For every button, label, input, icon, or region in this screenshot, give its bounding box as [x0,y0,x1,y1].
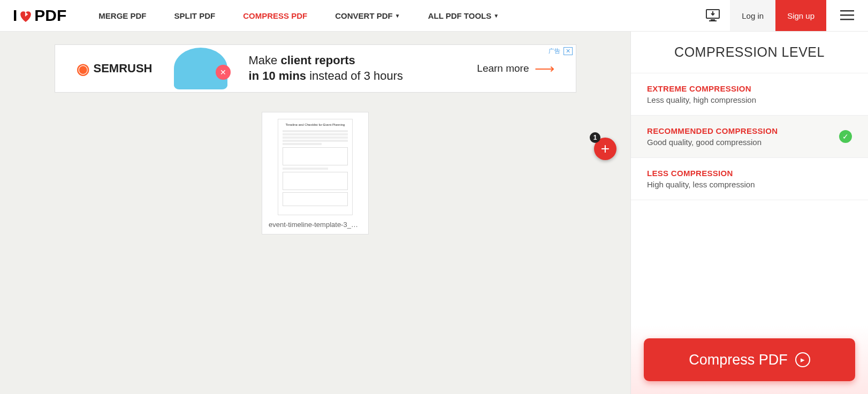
nav-convert-label: CONVERT PDF [335,11,393,20]
ad-label: 广告 [549,47,560,55]
login-button[interactable]: Log in [730,0,775,31]
ad-brand-text: SEMRUSH [94,62,153,75]
logo[interactable]: I PDF [13,6,66,25]
menu-icon[interactable] [826,0,868,31]
nav-merge[interactable]: MERGE PDF [98,11,146,20]
nav-all-tools[interactable]: ALL PDF TOOLS ▼ [428,11,499,20]
desktop-download-icon[interactable] [696,0,730,31]
ad-close-icon[interactable]: ✕ [564,47,573,55]
flame-icon: ◉ [77,60,89,78]
nav-compress[interactable]: COMPRESS PDF [243,11,307,20]
sidebar-action-area: Compress PDF ▸ [631,325,868,394]
check-icon: ✓ [839,130,852,143]
nav-convert[interactable]: CONVERT PDF ▼ [335,11,400,20]
file-count-badge: 1 [590,132,600,143]
workspace: ◉ SEMRUSH Make client reports in 10 mins… [0,32,630,394]
ad-controls: 广告 ✕ [549,47,573,55]
compress-button[interactable]: Compress PDF ▸ [644,338,855,381]
top-header: I PDF MERGE PDF SPLIT PDF COMPRESS PDF C… [0,0,868,32]
sidebar-title: COMPRESSION LEVEL [631,32,868,73]
file-name: event-timeline-template-3_FL... [269,221,362,229]
ad-cta[interactable]: Learn more ⟶ [477,60,554,77]
option-extreme[interactable]: EXTREME COMPRESSION Less quality, high c… [631,73,868,116]
header-right: Log in Sign up [696,0,868,31]
ad-cta-label: Learn more [477,63,529,74]
ad-banner[interactable]: ◉ SEMRUSH Make client reports in 10 mins… [55,44,576,93]
heart-icon [18,8,33,26]
option-label: EXTREME COMPRESSION [647,84,756,93]
plus-icon: + [601,140,610,157]
logo-pdf: PDF [34,6,66,25]
file-tile[interactable]: Timeline and Checklist for Event Plannin… [262,112,369,234]
nav-split[interactable]: SPLIT PDF [174,11,216,20]
option-less[interactable]: LESS COMPRESSION High quality, less comp… [631,158,868,200]
option-desc: Good quality, good compression [647,138,778,147]
option-desc: High quality, less compression [647,180,755,189]
compress-button-label: Compress PDF [689,352,788,368]
arrow-right-icon: ⟶ [535,60,554,77]
caret-down-icon: ▼ [395,13,400,19]
option-recommended[interactable]: RECOMMENDED COMPRESSION Good quality, go… [631,116,868,158]
main-area: ◉ SEMRUSH Make client reports in 10 mins… [0,32,868,394]
sidebar: COMPRESSION LEVEL EXTREME COMPRESSION Le… [630,32,868,394]
nav-all-label: ALL PDF TOOLS [428,11,492,20]
option-label: RECOMMENDED COMPRESSION [647,126,778,135]
ad-copy: Make client reports in 10 mins instead o… [249,53,456,84]
signup-button[interactable]: Sign up [775,0,826,31]
logo-i: I [13,6,17,25]
main-nav: MERGE PDF SPLIT PDF COMPRESS PDF CONVERT… [98,11,696,20]
svg-rect-5 [840,19,854,20]
ad-brand: ◉ SEMRUSH [77,60,153,78]
svg-rect-2 [709,20,717,21]
svg-rect-3 [840,10,854,12]
svg-rect-1 [711,19,715,20]
option-desc: Less quality, high compression [647,95,756,104]
add-file-button[interactable]: + 1 [594,138,616,160]
arrow-circle-right-icon: ▸ [795,352,810,367]
svg-rect-4 [840,14,854,16]
caret-down-icon: ▼ [493,13,499,19]
file-preview: Timeline and Checklist for Event Plannin… [278,119,353,215]
option-label: LESS COMPRESSION [647,169,755,178]
ad-illustration [174,48,227,89]
